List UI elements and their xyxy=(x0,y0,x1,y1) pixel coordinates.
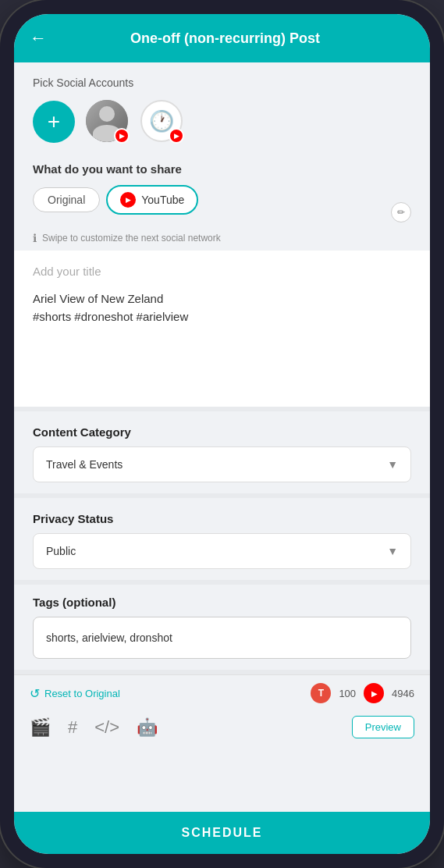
social-accounts-section: Pick Social Accounts + ▶ xyxy=(14,62,430,155)
phone-screen: ← One-off (non-recurring) Post Pick Soci… xyxy=(14,14,430,854)
share-section: What do you want to share Original ▶ You… xyxy=(14,155,430,224)
back-button[interactable]: ← xyxy=(30,28,47,48)
youtube-icon-2: ▶ xyxy=(174,132,179,140)
account-avatar-2[interactable]: 🕐 ▶ xyxy=(140,100,184,144)
chevron-down-icon-2: ▼ xyxy=(387,545,398,557)
swipe-hint-text: Swipe to customize the next social netwo… xyxy=(42,233,221,244)
title-placeholder: Add your title xyxy=(33,265,411,278)
share-label: What do you want to share xyxy=(33,162,411,176)
swipe-hint: ℹ Swipe to customize the next social net… xyxy=(14,224,430,251)
tags-section: Tags (optional) xyxy=(14,585,430,670)
tags-label: Tags (optional) xyxy=(33,596,411,609)
header: ← One-off (non-recurring) Post xyxy=(14,14,430,62)
reset-label: Reset to Original xyxy=(44,688,120,699)
reset-button[interactable]: ↺ Reset to Original xyxy=(30,686,120,701)
chevron-down-icon: ▼ xyxy=(387,458,398,471)
privacy-status-value: Public xyxy=(46,545,76,557)
toolbar: 🎬 # </> 🤖 Preview xyxy=(14,710,430,746)
youtube-tab-icon: ▶ xyxy=(120,192,136,208)
tab-youtube[interactable]: ▶ YouTube xyxy=(106,185,198,215)
media-icon[interactable]: 🎬 xyxy=(30,717,51,738)
youtube-count-badge: ▶ xyxy=(364,683,384,703)
schedule-button[interactable]: SCHEDULE xyxy=(14,812,430,854)
code-icon[interactable]: </> xyxy=(94,717,119,738)
bottom-bar: ↺ Reset to Original T 100 ▶ 4946 xyxy=(14,674,430,710)
social-accounts-label: Pick Social Accounts xyxy=(33,76,411,89)
tab-row: Original ▶ YouTube ✏ xyxy=(33,185,411,215)
text-count-badge: T xyxy=(311,683,331,703)
youtube-play-icon: ▶ xyxy=(126,196,131,204)
youtube-count-icon: ▶ xyxy=(371,689,378,698)
counts-row: T 100 ▶ 4946 xyxy=(311,683,414,703)
tab-youtube-label: YouTube xyxy=(141,194,184,206)
privacy-status-label: Privacy Status xyxy=(33,512,411,525)
content-category-label: Content Category xyxy=(33,425,411,439)
phone-frame: ← One-off (non-recurring) Post Pick Soci… xyxy=(0,0,444,868)
preview-button[interactable]: Preview xyxy=(352,716,414,738)
youtube-icon-1: ▶ xyxy=(119,132,125,140)
reset-icon: ↺ xyxy=(30,686,40,701)
edit-badge-button[interactable]: ✏ xyxy=(391,202,411,222)
privacy-status-section: Privacy Status Public ▼ xyxy=(14,498,430,580)
youtube-badge-1: ▶ xyxy=(114,128,130,144)
hashtag-icon[interactable]: # xyxy=(68,717,77,738)
post-body: Ariel View of New Zeland#shorts #dronesh… xyxy=(33,290,411,326)
tab-original-label: Original xyxy=(48,194,85,206)
robot-icon[interactable]: 🤖 xyxy=(137,717,158,738)
add-account-button[interactable]: + xyxy=(33,101,75,143)
content-category-value: Travel & Events xyxy=(46,458,123,471)
accounts-row: + ▶ 🕐 xyxy=(33,100,411,144)
text-area-section[interactable]: Add your title Ariel View of New Zeland#… xyxy=(14,251,430,407)
text-count-value: 100 xyxy=(339,688,356,699)
content-category-dropdown[interactable]: Travel & Events ▼ xyxy=(33,446,411,482)
toolbar-icons: 🎬 # </> 🤖 xyxy=(30,717,158,738)
pencil-icon: ✏ xyxy=(397,207,405,218)
info-icon: ℹ xyxy=(33,232,37,244)
youtube-count-value: 4946 xyxy=(392,688,414,699)
main-content: Pick Social Accounts + ▶ xyxy=(14,62,430,812)
account-avatar-1[interactable]: ▶ xyxy=(86,100,130,144)
plus-icon: + xyxy=(48,111,60,133)
youtube-badge-2: ▶ xyxy=(169,128,184,144)
tags-input[interactable] xyxy=(33,617,411,659)
privacy-status-dropdown[interactable]: Public ▼ xyxy=(33,533,411,569)
tab-original[interactable]: Original xyxy=(33,187,100,212)
content-category-section: Content Category Travel & Events ▼ xyxy=(14,411,430,493)
page-title: One-off (non-recurring) Post xyxy=(59,30,391,47)
